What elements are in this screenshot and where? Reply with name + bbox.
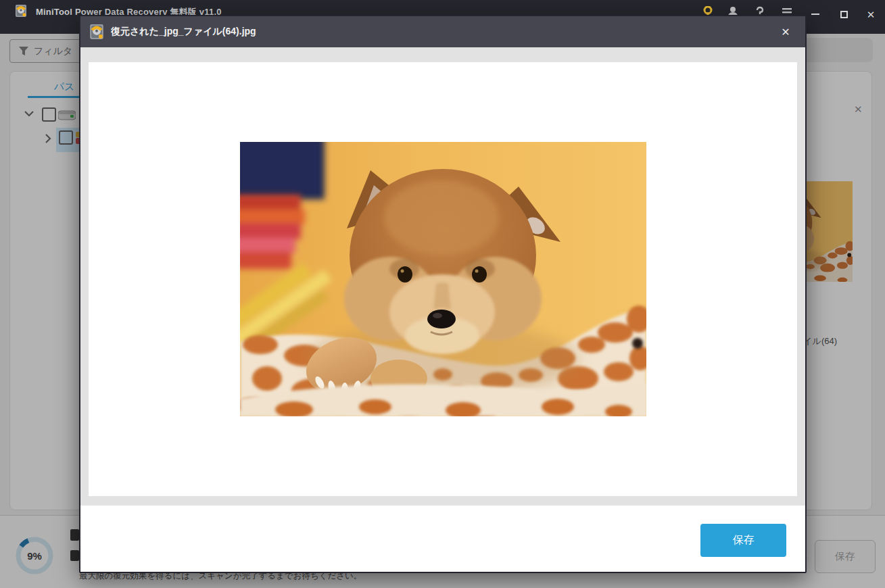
image-preview-panel [89,62,797,496]
modal-title: 復元された_jpg_ファイル(64).jpg [111,26,777,38]
modal-footer: 保存 [80,506,805,572]
recovered-image-preview [240,142,646,416]
modal-save-button[interactable]: 保存 [700,524,786,557]
app-logo-icon [15,5,27,17]
modal-titlebar: 復元された_jpg_ファイル(64).jpg ✕ [80,16,805,47]
modal-body [80,47,805,506]
minimize-button[interactable] [809,7,822,21]
modal-close-icon[interactable]: ✕ [777,23,794,41]
app-logo-icon [89,23,104,41]
preview-modal: 復元された_jpg_ファイル(64).jpg ✕ 保存 [79,15,807,573]
maximize-button[interactable] [837,7,851,21]
window-close-button[interactable]: ✕ [864,7,878,21]
